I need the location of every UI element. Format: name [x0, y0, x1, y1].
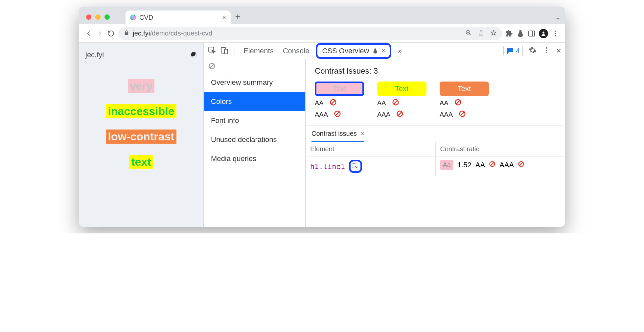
address-actions	[465, 30, 497, 37]
zoom-out-icon[interactable]	[465, 30, 472, 37]
demo-word: low-contrast	[106, 130, 176, 144]
gear-icon[interactable]	[529, 46, 537, 56]
sidepanel-icon[interactable]	[528, 30, 536, 37]
svg-point-5	[555, 35, 556, 36]
address-bar[interactable]: jec.fyi/demo/cds-quest-cvd	[118, 27, 502, 40]
svg-point-10	[546, 50, 547, 51]
bookmark-star-icon[interactable]	[490, 30, 497, 37]
css-overview-sidebar: Overview summary Colors Font info Unused…	[204, 59, 306, 227]
section-media-queries[interactable]: Media queries	[204, 149, 305, 168]
svg-point-2	[542, 32, 544, 34]
clear-overview-button[interactable]	[204, 59, 305, 73]
css-overview-main: Contrast issues: 3 Text AA AAA Text AA A…	[306, 59, 565, 227]
demo-words: very inaccessible low-contrast text	[85, 79, 197, 169]
separator	[235, 46, 235, 56]
browser-tab[interactable]: CVD ×	[126, 11, 231, 24]
close-tab-icon[interactable]: ×	[381, 47, 385, 54]
contrast-title-prefix: Contrast issues:	[315, 66, 374, 75]
contrast-swatch[interactable]: Text AA AAA	[315, 82, 364, 119]
page-header: jec.fyi	[85, 51, 197, 59]
section-overview-summary[interactable]: Overview summary	[204, 73, 305, 92]
close-subtab-icon[interactable]: ×	[361, 130, 364, 137]
table-row[interactable]: h1.line1	[306, 156, 435, 176]
profile-avatar[interactable]	[539, 29, 548, 38]
devtools-panel: Elements Console CSS Overview × » 4 ×	[204, 43, 565, 227]
inspect-element-icon[interactable]	[208, 46, 216, 56]
issues-badge[interactable]: 4	[503, 46, 523, 56]
level-aa: AA	[315, 99, 324, 107]
flask-icon	[372, 48, 378, 54]
forward-button[interactable]	[96, 30, 104, 37]
content-area: jec.fyi very inaccessible low-contrast t…	[79, 43, 565, 227]
url-text: jec.fyi/demo/cds-quest-cvd	[133, 30, 212, 37]
level-aaa: AAA	[440, 111, 453, 118]
section-font-info[interactable]: Font info	[204, 111, 305, 130]
message-icon	[506, 47, 514, 55]
dark-mode-toggle[interactable]	[190, 51, 197, 59]
fail-icon	[392, 99, 399, 107]
close-window-button[interactable]	[86, 14, 91, 20]
back-button[interactable]	[85, 30, 93, 37]
fail-icon	[459, 110, 466, 119]
close-tab-button[interactable]: ×	[222, 14, 226, 21]
more-tabs-button[interactable]: »	[398, 47, 402, 55]
zoom-window-button[interactable]	[104, 14, 110, 20]
tab-css-overview[interactable]: CSS Overview ×	[316, 43, 391, 59]
minimize-window-button[interactable]	[95, 14, 101, 20]
url-host: jec.fyi	[133, 30, 150, 37]
level-aa: AA	[440, 99, 448, 107]
window-controls	[86, 14, 110, 20]
subtab-contrast-issues[interactable]: Contrast issues ×	[311, 130, 364, 142]
svg-line-29	[519, 162, 523, 166]
svg-rect-8	[224, 49, 228, 54]
section-colors[interactable]: Colors	[204, 92, 305, 111]
kebab-menu-icon[interactable]	[542, 46, 550, 56]
contrast-issues-heading: Contrast issues: 3	[306, 59, 565, 82]
fail-icon	[396, 110, 403, 119]
tab-overflow-button[interactable]: ⌄	[555, 13, 561, 21]
clear-icon	[208, 62, 216, 70]
fail-icon	[334, 110, 341, 119]
ratio-aaa-label: AAA	[499, 161, 514, 169]
svg-point-11	[546, 52, 547, 53]
contrast-swatch[interactable]: Text AA AAA	[440, 82, 489, 119]
close-devtools-icon[interactable]: ×	[556, 46, 561, 56]
section-unused-declarations[interactable]: Unused declarations	[204, 130, 305, 149]
contrast-issues-table: Element h1.line1 Contrast ratio	[306, 142, 565, 176]
tab-console[interactable]: Console	[280, 45, 312, 57]
tab-css-overview-label: CSS Overview	[322, 47, 369, 55]
ratio-value: 1.52	[457, 161, 472, 169]
devtools-tabbar: Elements Console CSS Overview × » 4 ×	[204, 43, 565, 59]
svg-point-4	[555, 33, 556, 34]
contrast-subtabs: Contrast issues ×	[306, 126, 565, 142]
swatch-sample: Text	[440, 82, 489, 96]
contrast-swatch[interactable]: Text AA AAA	[377, 82, 426, 119]
svg-line-24	[461, 112, 464, 116]
browser-window: CVD × + ⌄ jec.fyi/demo/cds-quest-cvd	[79, 7, 565, 227]
contrast-swatches: Text AA AAA Text AA AAA Text AA AAA	[306, 82, 565, 126]
url-path: /demo/cds-quest-cvd	[150, 30, 212, 37]
tab-strip: CVD × + ⌄	[79, 7, 565, 24]
labs-icon[interactable]	[517, 30, 524, 37]
svg-line-14	[331, 101, 335, 104]
demo-word: inaccessible	[106, 104, 176, 118]
new-tab-button[interactable]: +	[235, 12, 240, 22]
hover-reveal-icon[interactable]	[349, 160, 362, 173]
issues-count: 4	[516, 47, 520, 55]
extensions-icon[interactable]	[505, 30, 513, 37]
share-icon[interactable]	[478, 30, 484, 37]
svg-line-22	[456, 101, 460, 104]
level-aa: AA	[377, 99, 386, 107]
kebab-menu-icon[interactable]	[551, 30, 559, 37]
device-toggle-icon[interactable]	[220, 46, 229, 56]
favicon-icon	[130, 14, 136, 20]
element-name: h1.line1	[310, 162, 345, 171]
tab-elements[interactable]: Elements	[241, 45, 276, 57]
overview-section-list: Overview summary Colors Font info Unused…	[204, 73, 305, 168]
demo-word: text	[129, 155, 153, 169]
table-col-ratio: Contrast ratio Aa 1.52 AA AAA	[435, 142, 565, 176]
subtab-label: Contrast issues	[311, 130, 357, 137]
swatch-sample: Text	[377, 82, 426, 96]
site-label: jec.fyi	[85, 51, 104, 59]
reload-button[interactable]	[107, 30, 115, 37]
